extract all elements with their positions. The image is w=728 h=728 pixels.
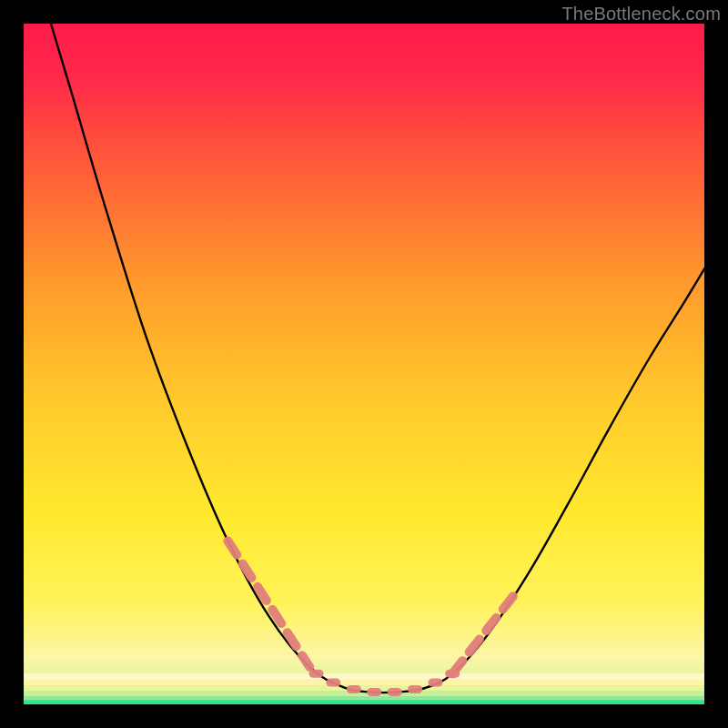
valley-marker xyxy=(326,679,340,687)
bottom-band xyxy=(24,680,704,685)
valley-marker xyxy=(309,670,324,678)
chart-frame xyxy=(24,24,704,704)
valley-marker xyxy=(445,670,460,678)
valley-marker xyxy=(367,688,381,696)
watermark-text: TheBottleneck.com xyxy=(561,4,721,25)
bottom-band xyxy=(24,673,704,680)
bottom-band xyxy=(24,701,704,705)
plot-background xyxy=(24,24,704,704)
bottom-band-group xyxy=(24,673,704,704)
bottom-band xyxy=(24,696,704,701)
chart-svg xyxy=(24,24,704,704)
bottom-band xyxy=(24,685,704,691)
valley-marker xyxy=(429,679,443,687)
valley-marker xyxy=(408,685,422,693)
valley-marker xyxy=(347,685,361,693)
valley-marker xyxy=(388,688,402,696)
